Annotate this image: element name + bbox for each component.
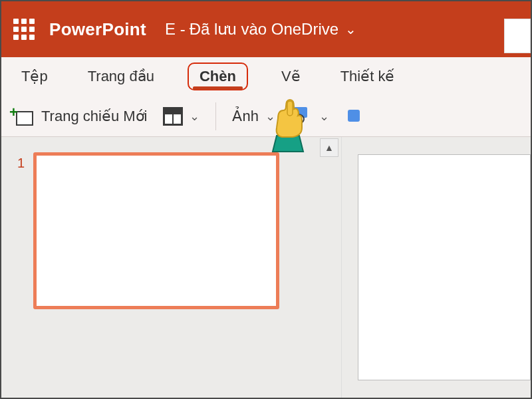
workspace: ▲ 1 [1,137,531,398]
ribbon-toolbar: + Trang chiếu Mới ⌄ Ảnh ⌄ ⌄ [1,96,531,137]
table-button[interactable]: ⌄ [163,107,200,126]
scrollbar-up-button[interactable]: ▲ [320,138,338,157]
tab-draw[interactable]: Vẽ [275,63,307,90]
chevron-down-icon: ⌄ [319,109,329,124]
table-icon [163,107,183,126]
slide-number: 1 [17,156,25,309]
pictures-label: Ảnh [232,108,258,125]
slide-thumbnail-panel: ▲ 1 [1,137,342,398]
addins-button[interactable] [345,107,364,126]
tab-design[interactable]: Thiết kế [334,63,402,90]
tab-home[interactable]: Trang đầu [81,63,161,90]
slide-thumbnail[interactable] [34,153,279,309]
ribbon-tabs: Tệp Trang đầu Chèn Vẽ Thiết kế [1,57,531,96]
new-slide-icon: + [12,107,33,126]
tab-file[interactable]: Tệp [15,63,55,90]
pictures-button[interactable]: Ảnh ⌄ [232,108,275,125]
new-slide-button[interactable]: + Trang chiếu Mới [12,107,147,126]
document-save-status[interactable]: E - Đã lưu vào OneDrive ⌄ [165,20,356,39]
save-status-text: Đã lưu vào OneDrive [190,20,338,39]
tab-insert[interactable]: Chèn [188,63,248,90]
app-name: PowerPoint [49,19,146,40]
chevron-down-icon[interactable]: ⌄ [345,21,356,37]
shapes-icon [291,107,313,126]
addins-icon [345,107,364,126]
chevron-down-icon: ⌄ [190,109,200,124]
slide-canvas-area [342,137,531,398]
new-slide-label: Trang chiếu Mới [41,108,147,125]
doc-prefix: E - [165,20,186,39]
slide-canvas[interactable] [358,154,531,380]
slide-thumbnail-row[interactable]: 1 [17,153,321,309]
share-button-partial[interactable] [504,19,531,53]
chevron-down-icon: ⌄ [265,109,275,124]
shapes-button[interactable]: ⌄ [291,107,329,126]
toolbar-divider [215,102,216,130]
app-launcher-icon[interactable] [13,19,35,40]
titlebar: PowerPoint E - Đã lưu vào OneDrive ⌄ [1,1,531,57]
